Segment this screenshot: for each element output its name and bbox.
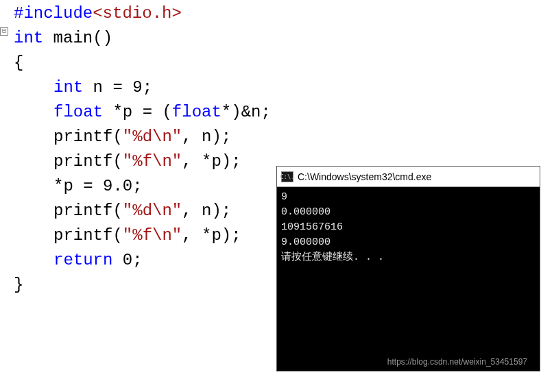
string-literal: "%d\n" bbox=[123, 127, 182, 146]
code-text: printf( bbox=[53, 201, 123, 220]
console-line: 9 bbox=[281, 190, 536, 205]
console-line: 0.000000 bbox=[281, 205, 536, 220]
string-literal: "%d\n" bbox=[123, 201, 182, 220]
code-text: , n); bbox=[182, 201, 231, 220]
code-text: printf( bbox=[53, 226, 123, 245]
console-window[interactable]: C:\. C:\Windows\system32\cmd.exe 9 0.000… bbox=[276, 166, 540, 371]
code-text: main() bbox=[43, 29, 112, 47]
code-line: float *p = (float*)&n; bbox=[0, 100, 541, 125]
code-text: *)&n; bbox=[221, 103, 271, 121]
keyword-int: int bbox=[53, 78, 83, 97]
cmd-icon: C:\. bbox=[281, 171, 293, 182]
console-output: 9 0.000000 1091567616 9.000000 请按任意键继续. … bbox=[277, 187, 540, 268]
preprocessor-directive: #include bbox=[14, 4, 93, 23]
code-text: printf( bbox=[53, 127, 123, 146]
code-text: , *p); bbox=[182, 226, 241, 245]
code-text: 9 bbox=[132, 78, 142, 97]
code-text: ; bbox=[143, 78, 152, 97]
keyword-return: return bbox=[53, 251, 112, 269]
code-text: printf( bbox=[53, 152, 123, 171]
console-line: 9.000000 bbox=[281, 235, 536, 250]
code-line: printf("%d\n", n); bbox=[0, 125, 541, 149]
code-text: , n); bbox=[182, 127, 231, 146]
code-text: 0; bbox=[112, 251, 142, 269]
keyword-float: float bbox=[53, 103, 103, 121]
console-line: 1091567616 bbox=[281, 220, 536, 235]
console-title: C:\Windows\system32\cmd.exe bbox=[298, 171, 431, 182]
code-line: int main() bbox=[0, 26, 541, 51]
code-line: { bbox=[0, 51, 541, 75]
collapse-marker[interactable]: ⊟ bbox=[0, 27, 8, 36]
keyword-int: int bbox=[14, 29, 43, 47]
code-line: int n = 9; bbox=[0, 75, 541, 100]
code-text: *p = ( bbox=[103, 103, 172, 121]
code-line: #include<stdio.h> bbox=[0, 1, 541, 26]
keyword-float: float bbox=[172, 103, 221, 121]
code-text: n = bbox=[83, 78, 132, 97]
watermark: https://blog.csdn.net/weixin_53451597 bbox=[387, 357, 527, 367]
string-literal: "%f\n" bbox=[123, 152, 182, 171]
string-literal: "%f\n" bbox=[123, 226, 182, 245]
code-text: , *p); bbox=[182, 152, 241, 171]
console-titlebar[interactable]: C:\. C:\Windows\system32\cmd.exe bbox=[277, 167, 540, 187]
console-line: 请按任意键继续. . . bbox=[281, 250, 536, 265]
include-header: <stdio.h> bbox=[93, 4, 182, 23]
